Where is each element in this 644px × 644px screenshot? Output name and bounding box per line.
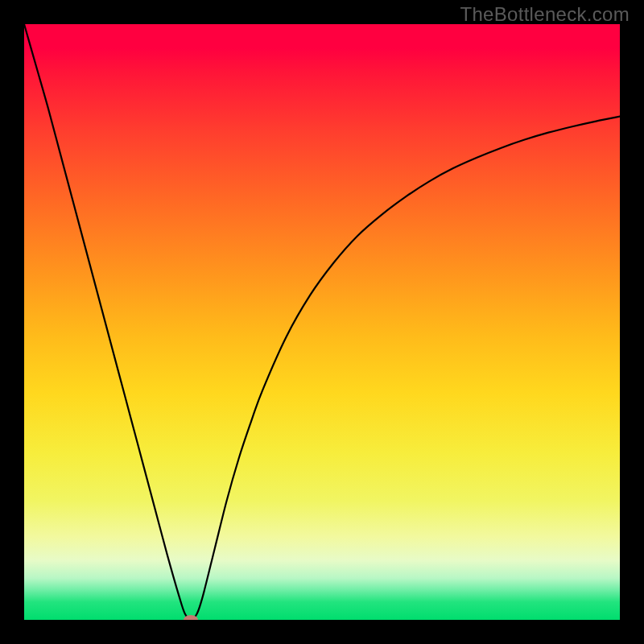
- plot-area: [24, 24, 620, 620]
- watermark-text: TheBottleneck.com: [460, 3, 630, 26]
- bottleneck-curve: [24, 24, 620, 620]
- optimal-point-marker: [184, 615, 198, 620]
- chart-frame: TheBottleneck.com: [0, 0, 644, 644]
